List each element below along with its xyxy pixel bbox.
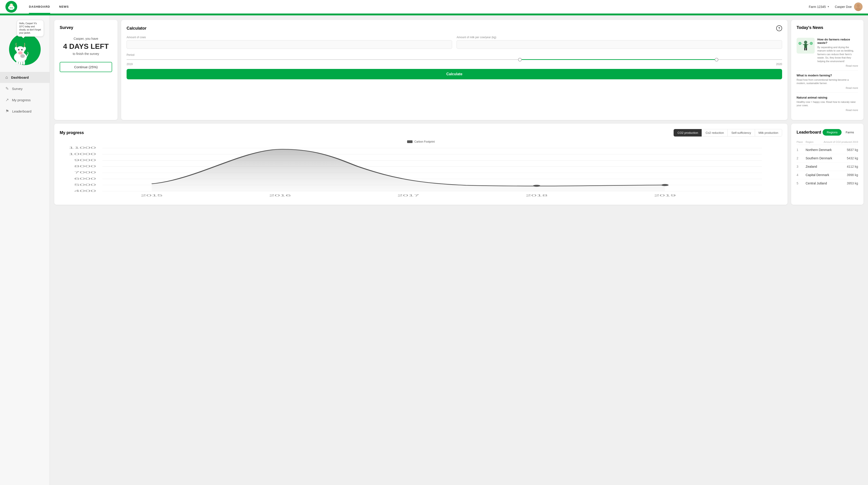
- calc-title: Calculator: [127, 26, 147, 31]
- svg-text:Arla: Arla: [9, 7, 13, 9]
- leaderboard-title: Leaderboard: [797, 130, 821, 135]
- milk-label: Amount of milk per cow/year (kg): [457, 36, 782, 39]
- slider-container[interactable]: [127, 59, 782, 60]
- slider-thumb-start[interactable]: [518, 58, 522, 62]
- svg-point-24: [20, 54, 25, 58]
- read-more-1[interactable]: Read more: [817, 64, 858, 67]
- svg-point-26: [804, 41, 807, 44]
- read-more-2[interactable]: Read more: [797, 87, 858, 89]
- lb-region-3: Zealand: [806, 165, 845, 168]
- svg-text:2017: 2017: [397, 194, 419, 197]
- nav-dashboard[interactable]: DASHBOARD: [24, 0, 55, 13]
- chart-icon: ↗: [5, 97, 9, 102]
- nav-links: DASHBOARD NEWS: [24, 0, 73, 13]
- lb-place-5: 5: [797, 182, 804, 185]
- milk-input-group: Amount of milk per cow/year (kg): [457, 36, 782, 49]
- lb-row-4: 4 Capital Denmark 3998 kg: [797, 171, 858, 179]
- lb-region-2: Southern Denmark: [806, 156, 845, 160]
- period-label: Period: [127, 53, 782, 57]
- tab-co2-production[interactable]: CO2 production: [674, 129, 702, 136]
- row1: Survey Casper, you have 4 DAYS LEFT to f…: [54, 20, 864, 120]
- chart-svg: 11000 10000 9000 8000 7000 6000 5000 400…: [62, 145, 780, 199]
- news-image-1: [797, 38, 815, 54]
- survey-message: Casper, you have: [74, 37, 98, 40]
- sidebar-item-progress[interactable]: ↗ My progress: [0, 94, 50, 105]
- chart-legend: Carbon Footprint: [60, 140, 782, 143]
- svg-rect-30: [804, 48, 805, 51]
- lb-th-place: Place: [797, 140, 804, 143]
- svg-rect-20: [16, 61, 18, 65]
- sidebar-item-leaderboard[interactable]: ⚑ Leaderboard: [0, 105, 50, 117]
- news-title: Today's News: [797, 25, 858, 30]
- news-desc-1: By separating and drying the manure soli…: [817, 46, 858, 63]
- avatar[interactable]: [854, 2, 863, 11]
- help-icon[interactable]: ?: [776, 25, 782, 31]
- svg-point-35: [811, 43, 812, 44]
- calculate-button[interactable]: Calculate: [127, 69, 782, 79]
- slider-track: [127, 59, 782, 60]
- lb-tab-regions[interactable]: Regions: [823, 129, 842, 136]
- svg-point-3: [10, 4, 11, 5]
- tab-self-sufficiency[interactable]: Self-sufficiency: [727, 129, 755, 136]
- news-thumb-1: [797, 38, 815, 54]
- chart-area: 11000 10000 9000 8000 7000 6000 5000 400…: [60, 145, 782, 199]
- progress-title: My progress: [60, 130, 84, 135]
- cows-label: Amount of cows: [127, 36, 452, 39]
- lb-th-amount: Amount of CO2 produced 2019: [824, 140, 858, 143]
- svg-point-7: [857, 4, 860, 7]
- arla-logo[interactable]: Arla: [5, 1, 17, 13]
- slider-thumb-end[interactable]: [715, 58, 718, 62]
- lb-region-1: Northern Denmark: [806, 148, 845, 152]
- sidebar-item-dashboard[interactable]: ⌂ Dashboard: [0, 72, 50, 83]
- leaderboard-tabs: Regions Farms: [823, 129, 858, 136]
- news-body-1: How do farmers reduce waste? By separati…: [817, 38, 858, 67]
- read-more-3[interactable]: Read more: [797, 109, 858, 111]
- calc-header: Calculator ?: [127, 25, 782, 31]
- sidebar-label-leaderboard: Leaderboard: [12, 109, 31, 113]
- svg-rect-23: [23, 61, 25, 65]
- svg-rect-21: [19, 62, 20, 65]
- cows-input[interactable]: [127, 40, 452, 49]
- progress-header: My progress CO2 production Co2 reduction…: [60, 129, 782, 136]
- news-body-2: What is modern farming? Read how from co…: [797, 74, 858, 89]
- tab-co2-reduction[interactable]: Co2 reduction: [702, 129, 727, 136]
- news-title-3: Natural animal raising: [797, 96, 858, 99]
- milk-input[interactable]: [457, 40, 782, 49]
- lb-amount-1: 5837 kg: [847, 148, 858, 152]
- main-layout: Hello, Casper! It's 10°C today and cloud…: [0, 15, 868, 485]
- farm-label: Farm 12345: [809, 5, 826, 8]
- legend-box: [407, 140, 412, 143]
- user-name: Casper Doe: [835, 5, 852, 8]
- legend-label: Carbon Footprint: [414, 140, 435, 143]
- news-desc-3: Healthy cow = happy cow. Read how to nat…: [797, 100, 858, 107]
- news-title-1: How do farmers reduce waste?: [817, 38, 858, 44]
- leaderboard-card: Leaderboard Regions Farms Place Region A…: [791, 124, 864, 205]
- nav-news[interactable]: NEWS: [55, 0, 73, 13]
- news-item-2: What is modern farming? Read how from co…: [797, 70, 858, 93]
- farm-selector[interactable]: Farm 12345 ▼: [809, 5, 829, 8]
- svg-point-16: [19, 53, 20, 54]
- sidebar-item-survey[interactable]: ✎ Survey: [0, 83, 50, 94]
- leaderboard-header: Leaderboard Regions Farms: [797, 129, 858, 136]
- tab-milk-production[interactable]: Milk production: [755, 129, 782, 136]
- calc-inputs: Amount of cows Amount of milk per cow/ye…: [127, 36, 782, 49]
- cow-mascot: [11, 40, 29, 65]
- cows-input-group: Amount of cows: [127, 36, 452, 49]
- svg-text:6000: 6000: [74, 177, 96, 180]
- continue-button[interactable]: Continue (25%): [60, 62, 112, 72]
- svg-point-15: [22, 49, 22, 50]
- lb-table-header: Place Region Amount of CO2 produced 2019: [797, 139, 858, 145]
- sidebar-label-progress: My progress: [12, 98, 31, 102]
- svg-text:2018: 2018: [526, 194, 548, 197]
- sidebar-label-survey: Survey: [12, 87, 23, 91]
- lb-row-1: 1 Northern Denmark 5837 kg: [797, 146, 858, 154]
- svg-text:10000: 10000: [68, 152, 96, 155]
- edit-icon: ✎: [5, 86, 9, 91]
- lb-row-2: 2 Southern Denmark 5432 kg: [797, 154, 858, 162]
- lb-row-5: 5 Central Jutland 3953 kg: [797, 179, 858, 187]
- slider-end-label: 2020: [776, 63, 782, 66]
- svg-point-13: [21, 49, 23, 51]
- user-info: Casper Doe: [835, 2, 863, 11]
- lb-tab-farms[interactable]: Farms: [842, 129, 858, 136]
- period-section: Period 2019 2020: [127, 53, 782, 66]
